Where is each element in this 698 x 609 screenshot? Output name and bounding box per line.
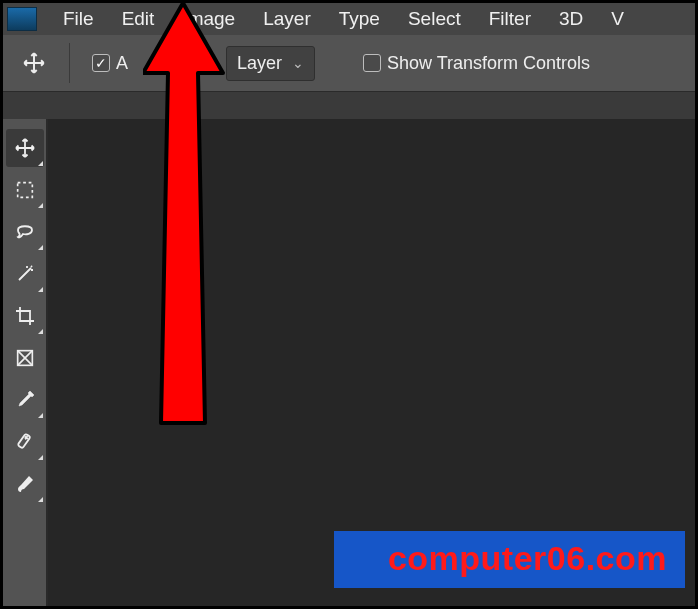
move-tool[interactable] [6, 129, 44, 167]
menu-bar: File Edit Image Layer Type Select Filter… [3, 3, 695, 35]
submenu-indicator-icon [38, 329, 43, 334]
submenu-indicator-icon [38, 497, 43, 502]
marquee-tool[interactable] [6, 171, 44, 209]
eyedropper-tool[interactable] [6, 381, 44, 419]
submenu-indicator-icon [38, 413, 43, 418]
watermark: computer06.com [334, 531, 685, 588]
tools-panel [3, 119, 47, 606]
svg-rect-2 [17, 434, 30, 449]
svg-rect-0 [17, 183, 32, 198]
options-bar: A Layer ⌄ Show Transform Controls [3, 35, 695, 91]
magic-wand-tool[interactable] [6, 255, 44, 293]
crop-tool[interactable] [6, 297, 44, 335]
healing-brush-tool[interactable] [6, 423, 44, 461]
auto-select-checkbox[interactable]: A [92, 53, 128, 74]
menu-layer[interactable]: Layer [249, 4, 325, 34]
submenu-indicator-icon [38, 287, 43, 292]
menu-3d[interactable]: 3D [545, 4, 597, 34]
checkbox-checked-icon [92, 54, 110, 72]
photoshop-window: File Edit Image Layer Type Select Filter… [0, 0, 698, 609]
menu-file[interactable]: File [49, 4, 108, 34]
submenu-indicator-icon [38, 245, 43, 250]
layer-dropdown-label: Layer [237, 53, 282, 74]
submenu-indicator-icon [38, 455, 43, 460]
divider [69, 43, 70, 83]
document-tabs[interactable] [3, 91, 695, 119]
move-tool-icon [21, 50, 47, 76]
auto-select-label: A [116, 53, 128, 74]
chevron-down-icon: ⌄ [292, 55, 304, 71]
checkbox-unchecked-icon [363, 54, 381, 72]
watermark-text: computer06.com [388, 539, 667, 577]
menu-image[interactable]: Image [168, 4, 249, 34]
menu-type[interactable]: Type [325, 4, 394, 34]
layer-dropdown[interactable]: Layer ⌄ [226, 46, 315, 81]
app-logo-icon [7, 7, 37, 31]
show-transform-checkbox[interactable]: Show Transform Controls [363, 53, 590, 74]
lasso-tool[interactable] [6, 213, 44, 251]
brush-tool[interactable] [6, 465, 44, 503]
submenu-indicator-icon [38, 203, 43, 208]
menu-filter[interactable]: Filter [475, 4, 545, 34]
menu-view-partial[interactable]: V [597, 4, 638, 34]
submenu-indicator-icon [38, 161, 43, 166]
menu-edit[interactable]: Edit [108, 4, 169, 34]
show-transform-label: Show Transform Controls [387, 53, 590, 74]
menu-select[interactable]: Select [394, 4, 475, 34]
frame-tool[interactable] [6, 339, 44, 377]
